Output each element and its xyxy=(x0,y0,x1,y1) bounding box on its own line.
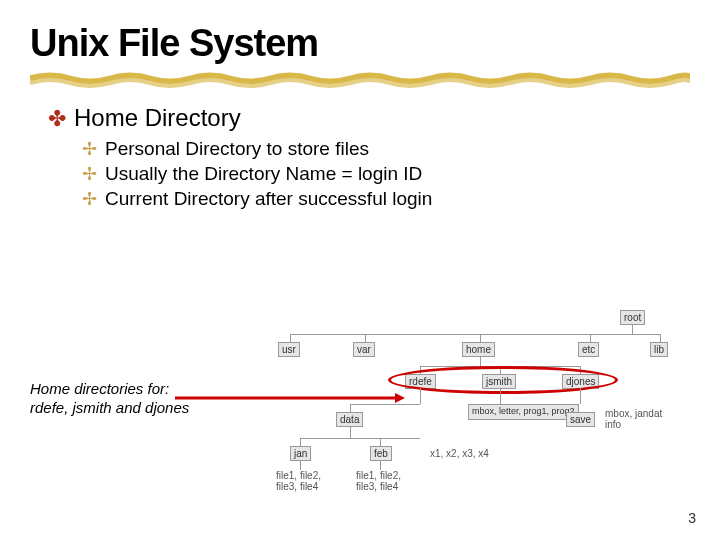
slide: Unix File System ✤ Home Directory ✢ Pers… xyxy=(0,0,720,540)
bullet-main: ✤ Home Directory xyxy=(48,104,432,132)
sub-bullet-icon: ✢ xyxy=(82,138,97,160)
sub-bullet: ✢ Personal Directory to store files xyxy=(82,138,432,160)
node-root: root xyxy=(620,310,645,325)
node-jsmith-files: mbox, letter, prog1, prog2 xyxy=(468,404,579,420)
node-jan: jan xyxy=(290,446,311,461)
node-var: var xyxy=(353,342,375,357)
highlight-circle xyxy=(388,366,618,394)
title-underline xyxy=(30,70,690,88)
tree-diagram: root usr var home etc lib rdefe jsmith d… xyxy=(270,310,700,500)
node-usr: usr xyxy=(278,342,300,357)
node-home: home xyxy=(462,342,495,357)
node-save: save xyxy=(566,412,595,427)
label-feb: file1, file2, file3, file4 xyxy=(356,470,411,492)
sub-bullet-text: Current Directory after successful login xyxy=(105,188,432,210)
node-lib: lib xyxy=(650,342,668,357)
node-feb: feb xyxy=(370,446,392,461)
sub-bullet-icon: ✢ xyxy=(82,163,97,185)
sub-bullet-text: Personal Directory to store files xyxy=(105,138,369,160)
bullet-main-text: Home Directory xyxy=(74,104,241,132)
sub-bullet: ✢ Usually the Directory Name = login ID xyxy=(82,163,432,185)
label-jan: file1, file2, file3, file4 xyxy=(276,470,331,492)
page-number: 3 xyxy=(688,510,696,526)
label-djones: mbox, jandat info xyxy=(605,408,675,430)
node-data: data xyxy=(336,412,363,427)
sub-bullet-text: Usually the Directory Name = login ID xyxy=(105,163,422,185)
sub-bullet-list: ✢ Personal Directory to store files ✢ Us… xyxy=(82,138,432,210)
sub-bullet-icon: ✢ xyxy=(82,188,97,210)
node-etc: etc xyxy=(578,342,599,357)
sub-bullet: ✢ Current Directory after successful log… xyxy=(82,188,432,210)
slide-title: Unix File System xyxy=(30,22,318,65)
bullet-list: ✤ Home Directory ✢ Personal Directory to… xyxy=(48,104,432,213)
label-data: x1, x2, x3, x4 xyxy=(430,448,489,459)
bullet-icon: ✤ xyxy=(48,106,66,132)
